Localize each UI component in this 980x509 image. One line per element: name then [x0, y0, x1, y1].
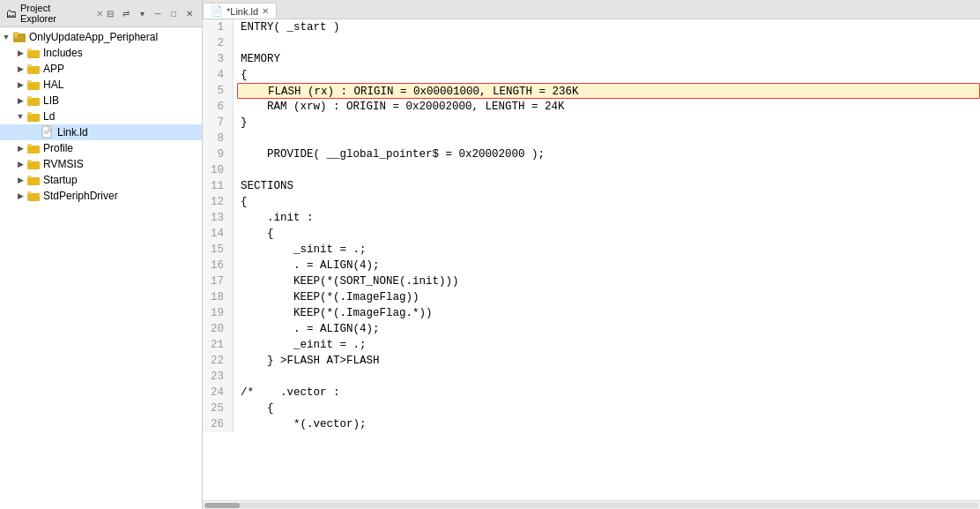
project-tree: ▼OnlyUpdateApp_Peripheral▶Includes▶APP▶H… [0, 27, 202, 509]
code-line-25: { [241, 400, 980, 416]
tree-icon-root [12, 30, 26, 44]
tree-item-stdperiphdriver[interactable]: ▶StdPeriphDriver [0, 188, 202, 204]
svg-rect-21 [27, 176, 32, 178]
tree-label-hal: HAL [43, 79, 63, 91]
code-line-20: . = ALIGN(4); [241, 321, 980, 337]
panel-header-icons: ⊟ ⇌ ▾ ─ □ ✕ [103, 6, 197, 20]
tree-arrow-startup[interactable]: ▶ [14, 174, 26, 186]
line-number-17: 17 [206, 273, 229, 289]
tree-arrow-rvmsis[interactable]: ▶ [14, 158, 26, 170]
svg-rect-8 [27, 80, 32, 83]
tree-icon-lib [26, 94, 41, 108]
tree-item-profile[interactable]: ▶Profile [0, 140, 202, 156]
line-numbers: 1234567891011121314151617181920212223242… [203, 19, 234, 432]
code-line-26: *(.vector); [241, 416, 980, 432]
line-number-10: 10 [206, 162, 229, 178]
tree-arrow-stdperiphdriver[interactable]: ▶ [14, 190, 26, 202]
line-number-22: 22 [206, 353, 229, 369]
tree-icon-ld [26, 109, 41, 124]
line-number-14: 14 [206, 226, 229, 242]
tree-icon-profile [26, 141, 41, 155]
tree-item-linkld[interactable]: Link.ld [0, 124, 202, 140]
tree-arrow-lib[interactable]: ▶ [14, 94, 26, 107]
line-number-18: 18 [206, 289, 229, 305]
svg-rect-1 [13, 32, 19, 34]
svg-rect-12 [27, 112, 32, 115]
line-number-12: 12 [206, 194, 229, 210]
line-number-7: 7 [206, 115, 229, 131]
editor-panel: 📄 *Link.ld ✕ 123456789101112131415161718… [203, 0, 980, 509]
line-number-19: 19 [206, 305, 229, 321]
tree-item-app[interactable]: ▶APP [0, 61, 202, 77]
tree-arrow-linkld [28, 126, 41, 138]
panel-title: Project Explorer [20, 3, 89, 24]
panel-header-left: 🗂 Project Explorer ✕ [5, 3, 103, 24]
tree-arrow-includes[interactable]: ▶ [14, 47, 26, 59]
tree-icon-rvmsis [26, 157, 41, 171]
code-line-15: _sinit = .; [241, 242, 980, 258]
code-line-8 [241, 131, 980, 146]
tree-icon-stdperiphdriver [26, 189, 41, 203]
tree-item-hal[interactable]: ▶HAL [0, 77, 202, 93]
view-menu-icon[interactable]: ▾ [135, 6, 149, 20]
tree-label-root: OnlyUpdateApp_Peripheral [29, 31, 158, 43]
line-number-5: 5 [206, 83, 229, 99]
svg-rect-22 [27, 193, 40, 201]
tree-item-includes[interactable]: ▶Includes [0, 45, 202, 61]
tree-arrow-ld[interactable]: ▼ [14, 110, 26, 123]
editor-scrollbar[interactable] [203, 500, 980, 509]
code-line-21: _einit = .; [241, 337, 980, 353]
line-number-4: 4 [206, 67, 229, 83]
tree-arrow-app[interactable]: ▶ [14, 63, 26, 75]
tab-label: *Link.ld [226, 6, 258, 17]
tree-arrow-root[interactable]: ▼ [0, 31, 12, 43]
line-number-24: 24 [206, 385, 229, 400]
line-number-11: 11 [206, 178, 229, 194]
svg-rect-16 [27, 146, 40, 153]
code-line-5: FLASH (rx) : ORIGIN = 0x00001000, LENGTH… [237, 83, 980, 99]
svg-rect-17 [27, 144, 32, 146]
tree-icon-includes [26, 46, 41, 60]
line-number-13: 13 [206, 210, 229, 226]
tree-arrow-hal[interactable]: ▶ [14, 79, 26, 91]
svg-rect-5 [27, 66, 40, 74]
editor-content[interactable]: 1234567891011121314151617181920212223242… [203, 19, 980, 500]
tree-label-includes: Includes [43, 47, 83, 59]
svg-rect-20 [27, 177, 40, 185]
tab-file-icon: 📄 [211, 5, 223, 17]
svg-rect-6 [27, 64, 32, 67]
minimize-icon[interactable]: ─ [151, 6, 165, 20]
tree-label-ld: Ld [43, 110, 55, 123]
tree-item-rvmsis[interactable]: ▶RVMSIS [0, 156, 202, 172]
svg-rect-10 [27, 96, 32, 99]
tree-item-lib[interactable]: ▶LIB [0, 93, 202, 109]
scrollbar-thumb[interactable] [204, 503, 240, 508]
tree-label-profile: Profile [43, 142, 73, 154]
tree-item-ld[interactable]: ▼Ld [0, 109, 202, 124]
panel-close-icon[interactable]: ✕ [182, 6, 197, 20]
code-line-4: { [241, 67, 980, 83]
collapse-all-icon[interactable]: ⊟ [103, 6, 117, 20]
code-line-17: KEEP(*(SORT_NONE(.init))) [241, 273, 980, 289]
line-number-2: 2 [206, 35, 229, 51]
link-editor-icon[interactable]: ⇌ [119, 6, 133, 20]
tree-arrow-profile[interactable]: ▶ [14, 142, 26, 154]
maximize-icon[interactable]: □ [167, 6, 181, 20]
editor-tab-bar: 📄 *Link.ld ✕ [203, 0, 980, 19]
line-number-6: 6 [206, 99, 229, 115]
close-x-icon: ✕ [96, 9, 103, 19]
code-line-14: { [241, 226, 980, 242]
line-number-1: 1 [206, 19, 229, 35]
tree-label-startup: Startup [43, 174, 78, 186]
line-number-9: 9 [206, 146, 229, 162]
tree-item-startup[interactable]: ▶Startup [0, 172, 202, 188]
editor-tab-linkld[interactable]: 📄 *Link.ld ✕ [203, 3, 277, 19]
tree-item-root[interactable]: ▼OnlyUpdateApp_Peripheral [0, 29, 202, 45]
scrollbar-track [204, 503, 978, 508]
code-line-13: .init : [241, 210, 980, 226]
svg-rect-11 [27, 114, 40, 122]
code-lines: ENTRY( _start )MEMORY{ FLASH (rx) : ORIG… [234, 19, 980, 432]
tab-close-button[interactable]: ✕ [262, 6, 269, 16]
tree-icon-linkld [41, 125, 55, 139]
svg-rect-4 [27, 49, 32, 51]
